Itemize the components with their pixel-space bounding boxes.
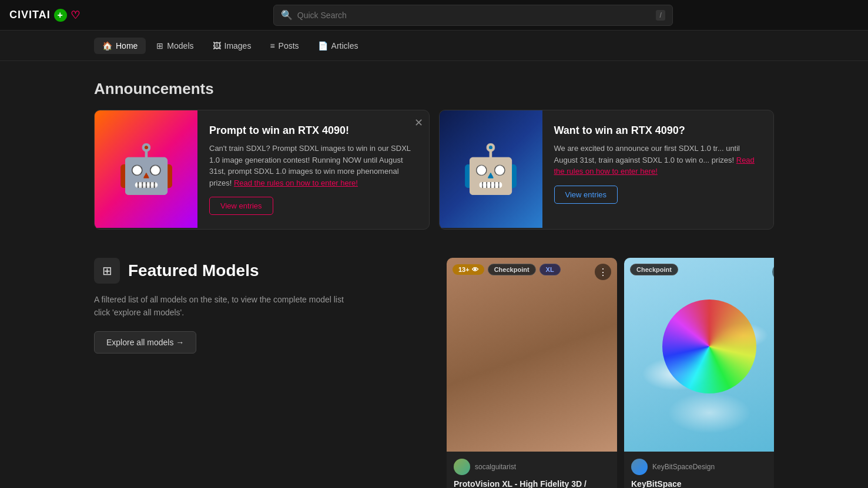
featured-header: ⊞ Featured Models <box>94 258 423 284</box>
author-avatar-2 <box>631 459 648 475</box>
nav-label-home: Home <box>116 41 138 51</box>
announcement-image-2 <box>440 110 542 228</box>
nav-label-posts: Posts <box>279 41 299 51</box>
search-input[interactable] <box>297 11 652 20</box>
model-author-2: KeyBitSpaceDesign <box>631 459 774 475</box>
model-image-bg-1 <box>447 258 617 452</box>
nav-item-home[interactable]: 🏠 Home <box>94 38 146 54</box>
explore-all-models-button[interactable]: Explore all models → <box>94 331 196 354</box>
view-entries-button-1[interactable]: View entries <box>209 197 273 215</box>
announcement-content-1: ✕ Prompt to win an RTX 4090! Can't train… <box>197 110 429 229</box>
ann-body-1: Can't train SDXL? Prompt SDXL images to … <box>209 143 417 189</box>
announcement-card-2: Want to win an RTX 4090? We are excited … <box>439 110 775 230</box>
model-name-2: KeyBitSpace <box>631 479 774 488</box>
featured-info: ⊞ Featured Models A filtered list of all… <box>94 258 447 354</box>
rainbow-decoration <box>662 299 756 393</box>
model-footer-1: socalguitarist ProtoVision XL - High Fid… <box>447 452 617 488</box>
announcements-row: ✕ Prompt to win an RTX 4090! Can't train… <box>94 110 774 230</box>
announcement-content-2: Want to win an RTX 4090? We are excited … <box>542 110 774 229</box>
close-button-1[interactable]: ✕ <box>414 116 423 129</box>
search-shortcut: / <box>656 10 665 21</box>
model-author-1: socalguitarist <box>454 459 610 475</box>
age-badge-1: 13+ 👁 <box>453 264 484 275</box>
featured-models-title: Featured Models <box>128 261 259 280</box>
announcements-title: Announcements <box>94 80 774 98</box>
home-icon: 🏠 <box>102 41 112 51</box>
model-menu-button-1[interactable]: ⋮ <box>595 264 611 280</box>
ann-body-2: We are excited to announce our first SDX… <box>554 143 762 177</box>
featured-section: ⊞ Featured Models A filtered list of all… <box>94 258 774 488</box>
announcement-card-1: ✕ Prompt to win an RTX 4090! Can't train… <box>94 110 430 230</box>
models-icon: ⊞ <box>156 41 163 51</box>
nav-label-models: Models <box>167 41 193 51</box>
main-content: Announcements ✕ Prompt to win an RTX 409… <box>0 61 868 488</box>
robot-image-2 <box>440 110 542 228</box>
logo-heart-icon: ♡ <box>71 9 81 22</box>
ann-title-1: Prompt to win an RTX 4090! <box>209 124 417 137</box>
nav-label-articles: Articles <box>331 41 358 51</box>
logo[interactable]: CIVITAI + ♡ <box>9 9 81 22</box>
posts-icon: ≡ <box>270 41 274 51</box>
nav-item-images[interactable]: 🖼 Images <box>205 38 260 54</box>
logo-plus-icon[interactable]: + <box>54 9 67 22</box>
ann-link-1[interactable]: Read the rules on how to enter here! <box>234 179 358 187</box>
topbar: CIVITAI + ♡ 🔍 / <box>0 0 868 31</box>
type-badge-2: Checkpoint <box>630 264 678 275</box>
model-image-bg-2 <box>624 258 774 452</box>
author-name-1: socalguitarist <box>475 463 516 471</box>
featured-models-description: A filtered list of all models on the sit… <box>94 293 423 319</box>
main-nav: 🏠 Home ⊞ Models 🖼 Images ≡ Posts 📄 Artic… <box>0 31 868 61</box>
model-card-1: 13+ 👁 Checkpoint XL ⋮ socalguitarist Pro… <box>447 258 617 488</box>
robot-image-1 <box>95 110 197 228</box>
logo-text: CIVITAI <box>9 9 51 21</box>
announcement-image-1 <box>95 110 197 228</box>
eye-icon: 👁 <box>472 266 478 273</box>
author-name-2: KeyBitSpaceDesign <box>652 463 715 471</box>
model-badges-1: 13+ 👁 Checkpoint XL <box>453 264 561 275</box>
model-name-1: ProtoVision XL - High Fidelity 3D / Phot… <box>454 479 610 488</box>
nav-item-models[interactable]: ⊞ Models <box>148 38 202 54</box>
search-icon: 🔍 <box>281 9 293 21</box>
search-bar[interactable]: 🔍 / <box>273 5 673 26</box>
nav-item-articles[interactable]: 📄 Articles <box>310 38 367 54</box>
xl-badge-1: XL <box>539 264 561 275</box>
view-entries-button-2[interactable]: View entries <box>554 186 618 204</box>
images-icon: 🖼 <box>213 41 221 51</box>
model-card-image-1: 13+ 👁 Checkpoint XL ⋮ <box>447 258 617 452</box>
ann-title-2: Want to win an RTX 4090? <box>554 124 762 137</box>
model-footer-2: KeyBitSpaceDesign KeyBitSpace <box>624 452 774 488</box>
featured-models-icon: ⊞ <box>94 258 120 284</box>
nav-item-posts[interactable]: ≡ Posts <box>262 38 307 54</box>
nav-label-images: Images <box>224 41 252 51</box>
model-card-2: Checkpoint ⋮ KeyBitSpaceDesign KeyBitSpa… <box>624 258 774 488</box>
author-avatar-1 <box>454 459 470 475</box>
articles-icon: 📄 <box>318 41 328 51</box>
type-badge-1: Checkpoint <box>488 264 536 275</box>
models-grid: 13+ 👁 Checkpoint XL ⋮ socalguitarist Pro… <box>447 258 774 488</box>
model-badges-2: Checkpoint <box>630 264 678 275</box>
model-card-image-2: Checkpoint ⋮ <box>624 258 774 452</box>
